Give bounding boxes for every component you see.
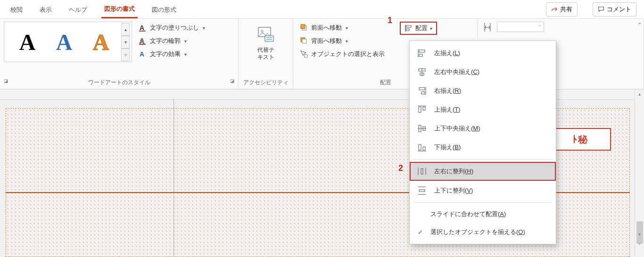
selection-pane-button[interactable]: オブジェクトの選択と表示 — [297, 48, 388, 60]
align-bottom-icon — [416, 143, 428, 152]
svg-rect-13 — [302, 39, 306, 43]
tab-shape-format[interactable]: 図形の書式 — [101, 0, 138, 18]
scroll-up-icon[interactable]: ▴ — [635, 89, 644, 98]
gallery-scroll: ▴ ▾ ▿ — [121, 23, 130, 61]
dialog-launcher-icon[interactable]: ◪ — [230, 78, 234, 83]
gallery-scroll-up-icon[interactable]: ▴ — [121, 23, 130, 36]
distribute-horizontally-item[interactable]: 左右に整列(H) — [410, 162, 556, 181]
size-height-field[interactable]: ⌃ — [497, 22, 544, 32]
align-left-icon — [416, 48, 428, 58]
distribute-v-label: 上下に整列(V) — [434, 186, 473, 195]
text-effects-label: 文字の効果 — [150, 50, 181, 58]
align-center-h-label: 左右中央揃え(C) — [434, 68, 479, 76]
share-label: 共有 — [560, 5, 572, 14]
wordart-sample-1[interactable]: A — [9, 27, 46, 57]
align-center-h-item[interactable]: 左右中央揃え(C) — [410, 63, 556, 81]
callout-1: 1 — [388, 16, 392, 24]
svg-rect-30 — [419, 107, 421, 112]
align-label: 配置 — [415, 24, 428, 32]
align-right-icon — [416, 86, 428, 96]
bring-forward-button[interactable]: 前面へ移動 ▾ — [297, 22, 388, 34]
comment-label: コメント — [607, 5, 631, 14]
svg-rect-3 — [139, 44, 146, 45]
chevron-down-icon: ▾ — [346, 39, 348, 44]
distribute-h-icon — [416, 167, 428, 176]
group-label-accessibility: アクセシビリティ — [242, 77, 289, 88]
svg-rect-17 — [406, 29, 409, 31]
text-fill-label: 文字の塗りつぶし — [150, 24, 199, 32]
send-backward-label: 背面へ移動 — [311, 37, 342, 45]
align-right-item[interactable]: 右揃え(R) — [410, 81, 556, 100]
align-middle-item[interactable]: 上下中央揃え(M) — [410, 119, 556, 138]
menu-separator — [413, 202, 552, 203]
dialog-launcher-left-icon[interactable]: ◪ — [4, 78, 8, 83]
align-to-slide-label: スライドに合わせて配置(A) — [430, 210, 506, 218]
align-top-icon — [416, 105, 428, 114]
alt-text-button[interactable]: 代替テ キスト — [248, 22, 283, 64]
check-icon: ✓ — [416, 229, 424, 236]
svg-point-6 — [261, 30, 264, 32]
send-backward-icon — [300, 37, 308, 45]
svg-rect-40 — [421, 169, 423, 174]
svg-rect-28 — [421, 92, 425, 94]
align-top-label: 上揃え(T) — [434, 105, 461, 114]
text-fill-icon: A — [139, 24, 147, 32]
next-slide-icon[interactable]: ▿ — [635, 239, 644, 248]
svg-rect-21 — [419, 50, 425, 52]
align-middle-icon — [416, 124, 428, 133]
gallery-scroll-down-icon[interactable]: ▾ — [121, 36, 130, 48]
text-outline-icon: A — [139, 37, 147, 45]
bring-forward-icon — [300, 24, 308, 32]
gallery-more-icon[interactable]: ▿ — [121, 48, 130, 61]
align-middle-label: 上下中央揃え(M) — [434, 124, 480, 133]
stepper-icon[interactable]: ⌃ — [538, 24, 542, 29]
tab-picture-format[interactable]: 図の形式 — [149, 1, 179, 18]
send-backward-button[interactable]: 背面へ移動 ▾ — [297, 35, 388, 47]
wordart-gallery[interactable]: A A A ▴ ▾ ▿ — [4, 22, 132, 62]
chevron-down-icon: ▾ — [184, 52, 187, 57]
align-bottom-label: 下揃え(B) — [434, 143, 461, 152]
align-left-label: 左揃え(L) — [434, 49, 460, 57]
tab-help[interactable]: ヘルプ — [66, 1, 90, 18]
group-wordart-styles: A A A ▴ ▾ ▿ A 文字の塗りつぶし ▾ A 文字の輪郭 ▾ — [0, 19, 239, 89]
svg-rect-27 — [419, 88, 425, 90]
confidential-badge[interactable]: ﾄ秘 — [550, 128, 611, 151]
align-button[interactable]: 配置 ▾ — [400, 22, 437, 35]
share-icon — [551, 6, 558, 13]
share-button[interactable]: 共有 — [546, 2, 578, 16]
align-menu: 左揃え(L) 左右中央揃え(C) 右揃え(R) 上揃え(T) 上下中央揃え(M)… — [409, 40, 556, 244]
comment-button[interactable]: コメント — [593, 2, 636, 16]
align-left-item[interactable]: 左揃え(L) — [410, 44, 556, 63]
bring-forward-label: 前面へ移動 — [311, 24, 342, 32]
scroll-down-icon[interactable]: ▾ — [635, 230, 644, 238]
align-center-h-icon — [416, 67, 428, 77]
text-effects-icon: A — [139, 50, 147, 58]
wordart-sample-2[interactable]: A — [46, 27, 83, 57]
svg-rect-1 — [139, 31, 146, 32]
align-to-slide-item[interactable]: スライドに合わせて配置(A) — [410, 205, 556, 223]
comment-icon — [598, 6, 604, 13]
text-outline-button[interactable]: A 文字の輪郭 ▾ — [136, 35, 208, 47]
svg-rect-11 — [301, 24, 305, 29]
ribbon-tabs: 校閲 表示 ヘルプ 図形の書式 図の形式 共有 コメント — [0, 0, 644, 19]
vertical-scrollbar[interactable]: ▴ ▾ ▿ — [635, 89, 644, 257]
chevron-down-icon: ▾ — [430, 26, 432, 31]
text-effects-button[interactable]: A 文字の効果 ▾ — [136, 48, 208, 60]
distribute-vertically-item[interactable]: 上下に整列(V) — [410, 181, 556, 200]
selection-pane-label: オブジェクトの選択と表示 — [311, 50, 385, 58]
alt-text-label: 代替テ キスト — [257, 45, 274, 61]
check-icon — [416, 211, 424, 218]
align-top-item[interactable]: 上揃え(T) — [410, 100, 556, 119]
svg-rect-16 — [406, 25, 411, 27]
align-to-selection-item[interactable]: ✓ 選択したオブジェクトを揃える(O) — [410, 223, 556, 241]
group-label-wordart: ◪ ワードアートのスタイル ◪ — [4, 77, 234, 88]
align-bottom-item[interactable]: 下揃え(B) — [410, 138, 556, 157]
ribbon-scroll-up-icon[interactable]: ⌃ — [637, 22, 642, 28]
tab-view[interactable]: 表示 — [37, 1, 55, 18]
callout-2: 2 — [398, 164, 403, 172]
chevron-down-icon: ▾ — [346, 25, 348, 31]
align-right-label: 右揃え(R) — [434, 87, 461, 95]
tab-review[interactable]: 校閲 — [8, 1, 25, 18]
text-fill-button[interactable]: A 文字の塗りつぶし ▾ — [136, 22, 208, 34]
wordart-sample-3[interactable]: A — [83, 27, 119, 57]
